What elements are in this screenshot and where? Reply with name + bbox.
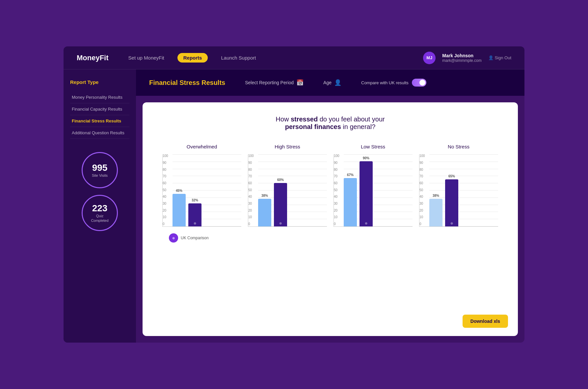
personal-finances-word: personal finances — [285, 123, 341, 130]
bar-chart-area-low-stress: 010203040506070809010067%90%⊕ — [334, 154, 413, 227]
bar-no-stress-1: ⊕ — [445, 179, 458, 226]
stat-visits-label: Site Visits — [92, 173, 108, 178]
bar-low-stress-0 — [344, 178, 357, 226]
legend-row: ⊕ UK Comparison — [156, 233, 505, 243]
reporting-period-control[interactable]: Select Reporting Period 📅 — [245, 79, 304, 86]
chart-group-high-stress: High Stress010203040506070809010038%60%⊕ — [248, 144, 327, 227]
chart-container: How stressed do you feel about your pers… — [143, 102, 518, 336]
age-label: Age — [323, 80, 332, 85]
nav-reports[interactable]: Reports — [177, 53, 208, 63]
legend-label: UK Comparison — [181, 236, 209, 240]
reporting-period-label: Select Reporting Period — [245, 80, 294, 85]
stressed-word: stressed — [291, 116, 318, 123]
sidebar-item-financial-stress[interactable]: Financial Stress Results — [70, 115, 129, 127]
bar-chart-inner-high-stress: 010203040506070809010038%60%⊕ — [248, 154, 327, 227]
sidebar-item-money-personality[interactable]: Money Personality Results — [70, 91, 129, 103]
bar-chart-area-overwhelmed: 010203040506070809010045%32%⊕ — [162, 154, 241, 227]
bar-high-stress-0 — [258, 199, 271, 226]
bar-chart-inner-overwhelmed: 010203040506070809010045%32%⊕ — [162, 154, 241, 227]
legend-icon: ⊕ — [169, 233, 178, 243]
user-email: mark@simmmple.com — [442, 58, 482, 63]
age-control[interactable]: Age 👤 — [323, 79, 341, 86]
bar-wrap-low-stress-1: 90%⊕ — [360, 156, 373, 226]
bar-low-stress-1: ⊕ — [360, 161, 373, 226]
page-title: Financial Stress Results — [149, 78, 225, 87]
nav-setup[interactable]: Set up MoneyFit — [128, 55, 164, 61]
bar-chart-inner-no-stress: 010203040506070809010038%65%⊕ — [419, 154, 498, 227]
stat-site-visits: 995 Site Visits — [82, 152, 118, 188]
chart-title-high-stress: High Stress — [275, 144, 300, 149]
age-icon: 👤 — [334, 79, 341, 86]
bar-wrap-no-stress-1: 65%⊕ — [445, 174, 458, 226]
chart-title-no-stress: No Stress — [448, 144, 469, 149]
compare-toggle-wrap: Compare with UK results — [361, 79, 426, 87]
chart-group-low-stress: Low Stress010203040506070809010067%90%⊕ — [334, 144, 413, 227]
content-area: Financial Stress Results Select Reportin… — [136, 69, 524, 343]
bar-wrap-overwhelmed-1: 32%⊕ — [188, 198, 201, 226]
bar-wrap-overwhelmed-0: 45% — [173, 189, 186, 226]
sidebar-item-additional-question[interactable]: Additional Question Results — [70, 127, 129, 139]
bar-chart-area-no-stress: 010203040506070809010038%65%⊕ — [419, 154, 498, 227]
nav-launch-support[interactable]: Launch Support — [221, 55, 256, 61]
sidebar-item-financial-capacity[interactable]: Financial Capacity Results — [70, 103, 129, 115]
compare-toggle[interactable] — [412, 79, 426, 87]
main-body: Report Type Money Personality ResultsFin… — [64, 69, 524, 343]
sidebar: Report Type Money Personality ResultsFin… — [64, 69, 136, 343]
user-name: Mark Johnson — [442, 53, 482, 58]
sidebar-title: Report Type — [70, 79, 129, 85]
sub-header: Financial Stress Results Select Reportin… — [136, 69, 524, 96]
chart-group-no-stress: No Stress010203040506070809010038%65%⊕ — [419, 144, 498, 227]
nav-right: MJ Mark Johnson mark@simmmple.com 👤 Sign… — [423, 52, 511, 64]
bar-wrap-no-stress-0: 38% — [429, 194, 442, 226]
chart-group-overwhelmed: Overwhelmed010203040506070809010045%32%⊕ — [162, 144, 241, 227]
stat-quiz-number: 223 — [92, 203, 108, 214]
user-avatar: MJ — [423, 52, 436, 64]
bar-wrap-high-stress-1: 60%⊕ — [274, 178, 287, 226]
bar-no-stress-0 — [429, 199, 442, 226]
bar-wrap-low-stress-0: 67% — [344, 173, 357, 226]
bar-chart-inner-low-stress: 010203040506070809010067%90%⊕ — [334, 154, 413, 227]
top-nav: MoneyFit Set up MoneyFit Reports Launch … — [64, 46, 524, 69]
stat-quiz-label: QuizCompleted — [91, 214, 108, 223]
sub-header-controls: Select Reporting Period 📅 Age 👤 Compare … — [245, 79, 511, 87]
stat-visits-number: 995 — [92, 163, 108, 173]
bar-overwhelmed-1: ⊕ — [188, 203, 201, 226]
sidebar-items-container: Money Personality ResultsFinancial Capac… — [70, 91, 129, 139]
stats-area: 995 Site Visits 223 QuizCompleted — [70, 152, 129, 231]
nav-links: Set up MoneyFit Reports Launch Support — [128, 53, 423, 63]
user-icon: 👤 — [488, 55, 494, 60]
bar-high-stress-1: ⊕ — [274, 183, 287, 226]
bar-wrap-high-stress-0: 38% — [258, 194, 271, 226]
chart-question: How stressed do you feel about your pers… — [156, 116, 505, 131]
sign-out-button[interactable]: 👤 Sign Out — [488, 55, 511, 60]
chart-title-overwhelmed: Overwhelmed — [187, 144, 217, 149]
bar-chart-area-high-stress: 010203040506070809010038%60%⊕ — [248, 154, 327, 227]
chart-title-low-stress: Low Stress — [361, 144, 385, 149]
app-wrapper: MoneyFit Set up MoneyFit Reports Launch … — [64, 46, 524, 343]
charts-row: Overwhelmed010203040506070809010045%32%⊕… — [156, 144, 505, 227]
calendar-icon: 📅 — [296, 79, 304, 86]
user-info: Mark Johnson mark@simmmple.com — [442, 53, 482, 63]
download-button[interactable]: Download xls — [463, 315, 508, 328]
bar-overwhelmed-0 — [173, 194, 186, 226]
compare-label: Compare with UK results — [361, 80, 409, 85]
logo: MoneyFit — [77, 54, 109, 62]
stat-quiz-completed: 223 QuizCompleted — [82, 195, 118, 231]
